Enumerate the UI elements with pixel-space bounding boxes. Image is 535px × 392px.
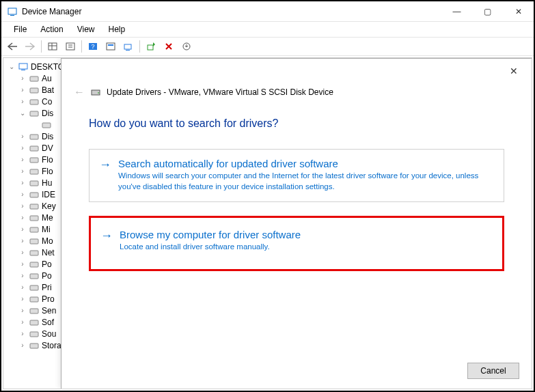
expand-icon[interactable]: › [18,260,27,268]
svg-rect-19 [30,88,38,93]
action-button[interactable] [102,39,119,54]
uninstall-button[interactable] [161,39,177,54]
tree-item-label: Net [42,248,55,257]
device-icon [29,190,40,199]
dialog-body: → Search automatically for updated drive… [61,130,532,271]
tree-item-label: Me [42,213,53,223]
svg-rect-34 [30,262,38,267]
expand-icon[interactable]: › [18,74,27,82]
svg-rect-2 [49,43,57,50]
expand-icon[interactable]: › [18,167,27,175]
content-area: ⌄ DESKTO ›Au›Bat›Co⌄Dis›Dis›DV›Flo›Flo›H… [3,57,532,389]
back-button[interactable] [4,39,20,54]
tree-item-label: Mi [42,225,51,234]
menu-view[interactable]: View [70,23,102,36]
tree-item-label: Dis [42,132,53,141]
cancel-button[interactable]: Cancel [467,363,519,379]
expand-icon[interactable]: › [18,272,27,279]
device-icon [29,85,40,95]
expand-icon[interactable]: › [18,179,27,186]
tree-item-label: Bat [42,85,54,95]
svg-rect-28 [30,193,38,197]
device-icon [29,329,40,339]
window-controls: — ▢ ✕ [441,2,534,21]
expand-icon[interactable]: › [18,283,27,291]
scan-button[interactable] [120,39,137,54]
expand-icon[interactable]: › [18,237,27,244]
svg-point-43 [98,92,99,94]
svg-rect-16 [19,64,27,69]
device-icon [29,225,40,234]
tree-item-label: Mo [42,236,53,246]
device-icon [29,132,40,141]
expand-icon[interactable]: › [18,202,27,210]
show-hidden-button[interactable] [44,39,61,54]
help-button[interactable]: ? [85,39,101,54]
svg-rect-11 [108,44,113,46]
device-icon [29,260,40,269]
dialog-close-button[interactable]: ✕ [507,66,521,79]
svg-rect-40 [30,332,38,337]
window-title: Device Manager [22,7,81,16]
collapse-icon[interactable]: ⌄ [8,63,16,70]
toolbar-separator [81,40,82,53]
enable-button[interactable] [143,39,159,54]
expand-icon[interactable]: › [18,330,27,337]
menu-action[interactable]: Action [33,23,70,36]
minimize-button[interactable]: — [441,2,472,21]
expand-icon[interactable]: › [18,307,27,314]
option-browse-computer[interactable]: → Browse my computer for driver software… [89,216,504,271]
device-icon [29,167,40,176]
svg-rect-41 [30,344,38,348]
tree-item-label: Sou [42,329,56,339]
update-button[interactable] [178,39,195,54]
expand-icon[interactable]: › [18,318,27,326]
toolbar-separator [139,40,140,53]
svg-rect-22 [42,123,51,128]
expand-icon[interactable]: ⌄ [18,109,27,117]
device-icon [29,283,40,292]
device-icon [29,236,40,246]
device-icon [29,341,40,350]
tree-item-label: Pro [42,294,55,304]
option-search-automatically[interactable]: → Search automatically for updated drive… [89,149,504,202]
maximize-button[interactable]: ▢ [472,2,503,21]
expand-icon[interactable]: › [18,144,27,152]
close-button[interactable]: ✕ [503,2,534,21]
device-icon [29,109,40,118]
menu-help[interactable]: Help [102,23,133,36]
app-icon [7,6,18,17]
svg-rect-20 [30,100,38,104]
expand-icon[interactable]: › [18,341,27,349]
expand-icon[interactable]: › [18,249,27,256]
expand-icon[interactable]: › [18,86,27,94]
expand-icon[interactable]: › [18,295,27,303]
dialog-back-button[interactable]: ← [74,86,85,98]
option-text: Search automatically for updated driver … [118,158,494,192]
svg-rect-18 [30,76,38,81]
svg-rect-39 [30,320,38,325]
expand-icon[interactable]: › [18,191,27,198]
device-icon [29,201,40,211]
tree-item-label: Hu [42,178,52,188]
svg-rect-1 [10,15,14,16]
device-icon [29,294,40,304]
svg-rect-24 [30,146,38,151]
properties-button[interactable] [62,39,79,54]
tree-item-label: Flo [42,167,53,176]
expand-icon[interactable]: › [18,156,27,163]
forward-button[interactable] [22,39,38,54]
expand-icon[interactable]: › [18,225,27,233]
tree-item-label: Co [42,97,52,107]
svg-rect-25 [30,158,38,163]
tree-item-label: Key [42,201,56,211]
svg-rect-33 [30,251,38,255]
expand-icon[interactable]: › [18,132,27,140]
menu-file[interactable]: File [7,23,33,36]
svg-rect-35 [30,274,38,279]
svg-rect-36 [30,285,38,290]
device-icon [29,143,40,153]
expand-icon[interactable]: › [18,214,27,221]
dialog-header: ← Update Drivers - VMware, VMware Virtua… [61,59,532,98]
expand-icon[interactable]: › [18,98,27,105]
